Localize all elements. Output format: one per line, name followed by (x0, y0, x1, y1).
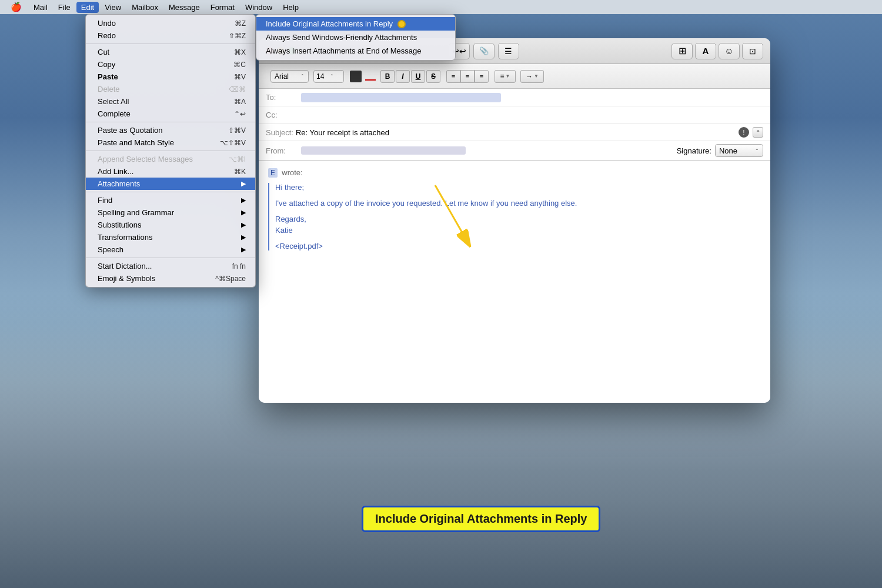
strikethrough-button[interactable]: S (426, 70, 440, 83)
font-dropdown-arrow: ⌃ (300, 74, 305, 79)
mail-fields: To: Cc: Subject: Re: Your receipt is att… (259, 89, 770, 161)
quoted-email-addr: E (268, 168, 278, 178)
menubar-mail[interactable]: Mail (29, 2, 52, 13)
font-selector: Arial ⌃ (270, 70, 309, 83)
titlebar-actions: ↩↩ 📎 ☰ (449, 43, 519, 59)
mail-window: ↩↩ 📎 ☰ ⊞ A ☺ ⊡ Arial ⌃ 14 ⌃ B I U (259, 38, 770, 403)
from-row: From: Signature: None ⌃ (259, 141, 770, 161)
menu-separator-3 (86, 151, 255, 151)
menu-separator-5 (86, 258, 255, 258)
mail-body[interactable]: E wrote: Hi there; I've attached a copy … (259, 161, 770, 403)
edit-menu: Undo ⌘Z Redo ⇧⌘Z Cut ⌘X Copy ⌘C Paste ⌘V… (85, 14, 256, 288)
to-field-row: To: (259, 89, 770, 106)
cc-label: Cc: (266, 111, 301, 119)
highlight-dot (397, 20, 406, 28)
align-right-button[interactable]: ≡ (475, 70, 489, 83)
to-field-value[interactable] (301, 93, 501, 102)
align-left-button[interactable]: ≡ (446, 70, 460, 83)
menubar-edit[interactable]: Edit (76, 2, 99, 13)
menubar-window[interactable]: Window (240, 2, 277, 13)
list-button[interactable]: ≡ ▼ (495, 70, 516, 83)
font-size-dropdown[interactable]: 14 ⌃ (313, 70, 344, 83)
font-family-dropdown[interactable]: Arial ⌃ (270, 70, 309, 83)
body-greeting: Hi there; (275, 183, 761, 192)
callout-box: Include Original Attachments in Reply (362, 506, 600, 532)
format-buttons: B I U S (380, 70, 440, 83)
submenu-item-windows-friendly[interactable]: Always Send Windows-Friendly Attachments (256, 31, 455, 44)
underline-button[interactable]: U (411, 70, 425, 83)
quoted-body: Hi there; I've attached a copy of the in… (268, 183, 761, 250)
from-field-value[interactable] (301, 146, 466, 155)
subject-label: Subject: (266, 128, 293, 137)
subject-expand-button[interactable]: ⌃ (753, 127, 763, 138)
text-color-underline[interactable] (365, 72, 376, 81)
menubar-file[interactable]: File (54, 2, 75, 13)
apple-menu[interactable]: 🍎 (5, 1, 28, 14)
signature-dropdown[interactable]: None ⌃ (715, 144, 763, 157)
cc-field-row: Cc: (259, 106, 770, 124)
menu-item-select-all[interactable]: Select All ⌘A (86, 95, 255, 108)
signature-label: Signature: (677, 146, 711, 155)
menu-item-add-link[interactable]: Add Link... ⌘K (86, 165, 255, 178)
menu-item-dictation[interactable]: Start Dictation... fn fn (86, 260, 255, 272)
size-dropdown-arrow: ⌃ (330, 74, 334, 79)
quoted-header: E wrote: (268, 168, 761, 177)
body-attachment: <Receipt.pdf> (275, 242, 761, 250)
to-label: To: (266, 93, 301, 102)
header-list-button[interactable]: ☰ (498, 43, 519, 59)
subject-field-value[interactable]: Re: Your receipt is attached (296, 128, 739, 137)
signature-dropdown-arrow: ⌃ (755, 148, 759, 153)
menu-separator-1 (86, 44, 255, 44)
text-color-button[interactable] (350, 71, 362, 82)
body-line1: I've attached a copy of the invoice you … (275, 199, 761, 208)
menu-item-append[interactable]: Append Selected Messages ⌥⌘I (86, 153, 255, 165)
menu-item-paste-quotation[interactable]: Paste as Quotation ⇧⌘V (86, 124, 255, 136)
menubar-view[interactable]: View (100, 2, 126, 13)
mail-content-area: E wrote: Hi there; I've attached a copy … (259, 161, 770, 403)
menubar-format[interactable]: Format (206, 2, 239, 13)
menu-separator-2 (86, 122, 255, 122)
menu-item-paste-match[interactable]: Paste and Match Style ⌥⇧⌘V (86, 136, 255, 149)
attachments-submenu: Include Original Attachments in Reply Al… (256, 14, 456, 61)
menu-item-undo[interactable]: Undo ⌘Z (86, 17, 255, 29)
align-center-button[interactable]: ≡ (460, 70, 475, 83)
submenu-item-include-original[interactable]: Include Original Attachments in Reply (256, 17, 455, 31)
body-name: Katie (275, 226, 761, 235)
menu-separator-4 (86, 192, 255, 192)
subject-actions: ! ⌃ (739, 127, 763, 138)
signature-row: Signature: None ⌃ (677, 144, 763, 157)
image-button[interactable]: ⊡ (742, 43, 763, 59)
format-toolbar: Arial ⌃ 14 ⌃ B I U S ≡ ≡ ≡ ≡ ▼ (259, 64, 770, 89)
emoji-picker-button[interactable]: ☺ (719, 43, 740, 59)
fonts-button[interactable]: A (695, 43, 716, 59)
menu-item-redo[interactable]: Redo ⇧⌘Z (86, 29, 255, 42)
menubar: 🍎 Mail File Edit View Mailbox Message Fo… (0, 0, 882, 14)
menu-item-delete[interactable]: Delete ⌫⌘ (86, 83, 255, 95)
subject-row: Subject: Re: Your receipt is attached ! … (259, 124, 770, 141)
align-group: ≡ ≡ ≡ (446, 70, 489, 83)
attachment-button[interactable]: 📎 (473, 43, 495, 59)
menu-item-complete[interactable]: Complete ⌃↩ (86, 108, 255, 120)
photo-browser-button[interactable]: ⊞ (671, 43, 693, 59)
menu-item-transformations[interactable]: Transformations ▶ (86, 231, 255, 243)
signature-value: None (719, 146, 737, 155)
menu-item-find[interactable]: Find ▶ (86, 194, 255, 206)
priority-button[interactable]: ! (739, 127, 749, 138)
menubar-message[interactable]: Message (164, 2, 205, 13)
indent-button[interactable]: → ▼ (520, 70, 544, 83)
from-label: From: (266, 146, 301, 155)
menubar-mailbox[interactable]: Mailbox (127, 2, 163, 13)
submenu-item-insert-end[interactable]: Always Insert Attachments at End of Mess… (256, 44, 455, 58)
menubar-help[interactable]: Help (278, 2, 303, 13)
menu-item-spelling[interactable]: Spelling and Grammar ▶ (86, 206, 255, 219)
menu-item-copy[interactable]: Copy ⌘C (86, 58, 255, 71)
menu-item-emoji[interactable]: Emoji & Symbols ^⌘Space (86, 272, 255, 285)
body-regards: Regards, (275, 215, 761, 223)
menu-item-attachments[interactable]: Attachments ▶ (86, 178, 255, 190)
menu-item-cut[interactable]: Cut ⌘X (86, 46, 255, 58)
bold-button[interactable]: B (380, 70, 395, 83)
menu-item-substitutions[interactable]: Substitutions ▶ (86, 219, 255, 231)
menu-item-speech[interactable]: Speech ▶ (86, 243, 255, 256)
italic-button[interactable]: I (396, 70, 410, 83)
menu-item-paste[interactable]: Paste ⌘V (86, 71, 255, 83)
